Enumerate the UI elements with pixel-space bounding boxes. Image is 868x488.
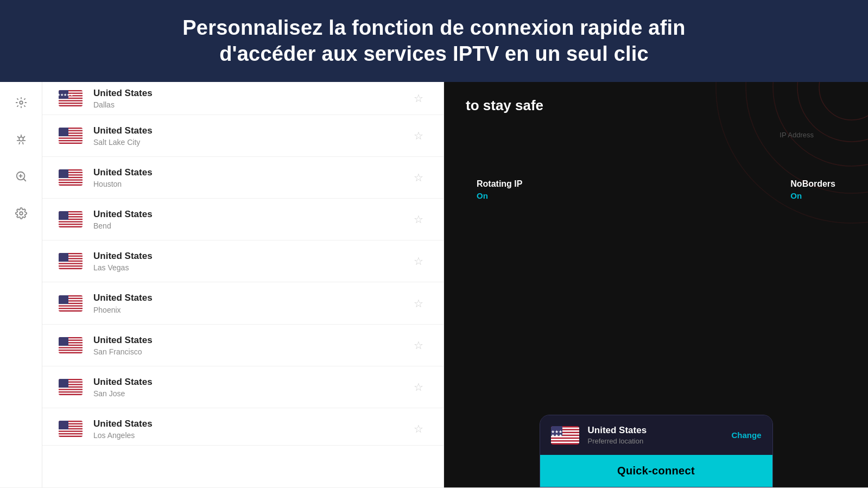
svg-rect-79 <box>59 379 68 388</box>
rotating-ip-feature: Rotating IP On <box>477 179 522 200</box>
rotating-ip-label: Rotating IP <box>477 179 522 189</box>
list-item[interactable]: United States Houston ☆ <box>42 157 443 199</box>
svg-point-88 <box>819 82 868 120</box>
svg-rect-37 <box>59 181 83 182</box>
svg-rect-99 <box>551 439 579 440</box>
server-city: Los Angeles <box>93 431 410 440</box>
us-flag-icon <box>59 253 83 269</box>
sidebar <box>0 82 42 487</box>
svg-rect-78 <box>59 392 83 394</box>
main-container: ★★★★★★ United States Dallas ☆ <box>0 82 868 487</box>
list-item[interactable]: United States Las Vegas ☆ <box>42 240 443 282</box>
svg-rect-53 <box>59 264 83 265</box>
header-title: Personnalisez la fonction de connexion r… <box>33 15 835 67</box>
svg-rect-44 <box>59 220 83 221</box>
server-info: United States San Francisco <box>93 334 410 356</box>
us-flag-icon: ★★★★★★ <box>59 90 83 106</box>
change-location-button[interactable]: Change <box>731 430 761 440</box>
svg-rect-36 <box>59 178 83 179</box>
favorite-star-button[interactable]: ☆ <box>410 169 427 186</box>
svg-point-92 <box>716 82 868 223</box>
svg-rect-62 <box>59 309 83 310</box>
favorite-star-button[interactable]: ☆ <box>410 337 427 354</box>
svg-rect-45 <box>59 223 83 224</box>
list-item[interactable]: United States San Jose ☆ <box>42 366 443 408</box>
server-info: United States Bend <box>93 208 410 230</box>
svg-rect-77 <box>59 390 83 391</box>
server-country: United States <box>93 376 410 388</box>
svg-point-90 <box>773 82 868 166</box>
list-item[interactable]: United States Phoenix ☆ <box>42 282 443 324</box>
us-flag-icon <box>59 169 83 186</box>
us-flag-icon <box>59 421 83 437</box>
connection-country: United States <box>588 425 732 436</box>
server-city: Las Vegas <box>93 263 410 272</box>
svg-rect-69 <box>59 348 83 349</box>
server-city: Salt Lake City <box>93 138 410 147</box>
server-city: San Francisco <box>93 347 410 356</box>
svg-text:★★★: ★★★ <box>551 433 562 438</box>
favorite-star-button[interactable]: ☆ <box>410 420 427 438</box>
bell-icon[interactable] <box>11 93 31 112</box>
svg-rect-54 <box>59 267 83 268</box>
favorite-star-button[interactable]: ☆ <box>410 378 427 396</box>
favorite-star-button[interactable]: ☆ <box>410 127 427 144</box>
rotating-ip-value: On <box>477 191 488 200</box>
quick-connect-button[interactable]: Quick-connect <box>540 455 772 487</box>
svg-rect-47 <box>59 211 68 220</box>
favorite-star-button[interactable]: ☆ <box>410 90 427 107</box>
server-info: United States Las Vegas <box>93 250 410 272</box>
favorite-star-button[interactable]: ☆ <box>410 252 427 270</box>
svg-point-14 <box>20 212 23 215</box>
server-info: United States Houston <box>93 167 410 188</box>
server-city: Bend <box>93 221 410 230</box>
svg-rect-31 <box>59 128 68 136</box>
vpn-panel: to stay safe IP Address Rotating IP On N… <box>444 82 868 487</box>
header-banner: Personnalisez la fonction de connexion r… <box>0 0 868 82</box>
svg-rect-84 <box>59 429 83 430</box>
server-country: United States <box>93 292 410 304</box>
svg-rect-52 <box>59 262 83 263</box>
server-city: Houston <box>93 180 410 188</box>
settings-icon[interactable] <box>11 204 31 223</box>
svg-point-9 <box>19 137 23 141</box>
location-info: United States Preferred location <box>588 425 732 445</box>
server-country: United States <box>93 87 410 99</box>
server-city: Phoenix <box>93 306 410 314</box>
server-country: United States <box>93 125 410 137</box>
server-info: United States Dallas <box>93 87 410 109</box>
server-list-panel: ★★★★★★ United States Dallas ☆ <box>42 82 444 487</box>
favorite-star-button[interactable]: ☆ <box>410 295 427 312</box>
bug-icon[interactable] <box>11 130 31 149</box>
radar-visual <box>694 82 868 245</box>
svg-point-0 <box>20 101 23 104</box>
svg-rect-63 <box>59 295 68 304</box>
favorite-star-button[interactable]: ☆ <box>410 211 427 228</box>
list-item[interactable]: United States Los Angeles ☆ <box>42 408 443 446</box>
svg-line-8 <box>24 99 24 99</box>
location-row: ★★★ ★★★ United States Preferred location… <box>540 415 772 455</box>
svg-text:★★★★★★: ★★★★★★ <box>59 93 73 97</box>
svg-rect-20 <box>59 102 83 103</box>
svg-rect-55 <box>59 253 68 262</box>
list-item[interactable]: United States Bend ☆ <box>42 199 443 240</box>
connection-flag-icon: ★★★ ★★★ <box>551 426 579 445</box>
svg-rect-70 <box>59 351 83 352</box>
svg-rect-76 <box>59 388 83 389</box>
svg-rect-87 <box>59 421 68 429</box>
us-flag-icon <box>59 128 83 144</box>
svg-rect-39 <box>59 169 68 178</box>
server-city: San Jose <box>93 389 410 398</box>
svg-rect-71 <box>59 337 68 346</box>
svg-rect-28 <box>59 136 83 137</box>
svg-rect-86 <box>59 434 83 435</box>
list-item[interactable]: United States Salt Lake City ☆ <box>42 115 443 157</box>
list-item[interactable]: United States San Francisco ☆ <box>42 325 443 366</box>
svg-rect-19 <box>59 99 83 100</box>
server-country: United States <box>93 250 410 262</box>
server-country: United States <box>93 167 410 179</box>
search-zoom-icon[interactable] <box>11 167 31 186</box>
ip-address-label: IP Address <box>780 131 814 139</box>
server-info: United States Salt Lake City <box>93 125 410 147</box>
list-item[interactable]: ★★★★★★ United States Dallas ☆ <box>42 82 443 115</box>
